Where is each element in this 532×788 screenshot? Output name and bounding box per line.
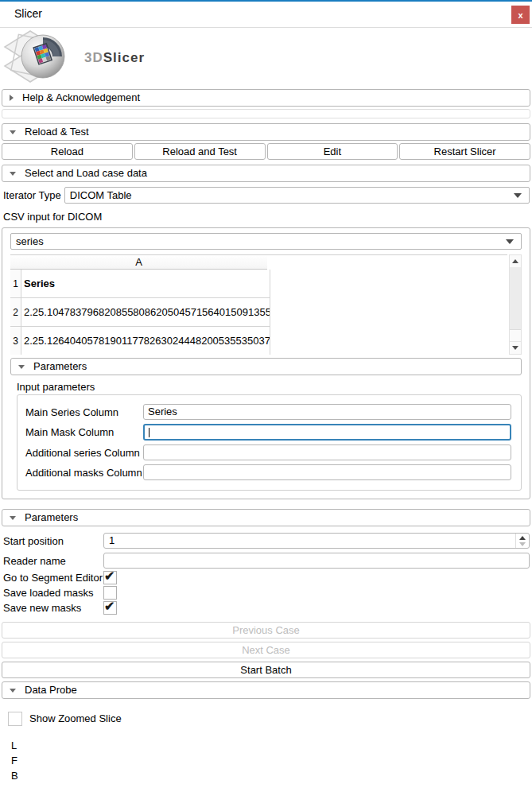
spin-down-icon[interactable] (519, 542, 526, 546)
close-button[interactable]: x (511, 6, 530, 24)
check-icon: ✔ (104, 569, 115, 584)
reader-name-label: Reader name (3, 555, 103, 567)
expanded-triangle-icon (10, 130, 16, 134)
titlebar: Slicer x (0, 2, 532, 28)
close-icon: x (518, 10, 522, 20)
reader-name-row: Reader name (3, 553, 532, 569)
next-case-button: Next Case (2, 642, 530, 658)
input-parameters-group: Main Series Column Series Main Mask Colu… (17, 394, 522, 491)
main-mask-column-label: Main Mask Column (25, 426, 143, 438)
scroll-down-icon (512, 346, 518, 350)
row-number[interactable]: 1 (10, 270, 21, 298)
collapsed-section-strip (2, 109, 530, 118)
spinner-buttons[interactable] (515, 534, 529, 548)
previous-case-button: Previous Case (2, 622, 530, 639)
save-loaded-masks-row: Save loaded masks (3, 586, 532, 599)
scrollbar-thumb[interactable] (510, 267, 521, 330)
scroll-up-button[interactable] (510, 255, 521, 268)
start-position-spinbox[interactable]: 1 (103, 533, 530, 549)
save-new-masks-checkbox[interactable]: ✔ (103, 601, 117, 615)
section-reload-test[interactable]: Reload & Test (2, 123, 530, 141)
collapsed-triangle-icon (10, 95, 14, 101)
reload-button-row: Reload Reload and Test Edit Restart Slic… (2, 143, 530, 160)
save-loaded-masks-label: Save loaded masks (3, 587, 103, 599)
go-to-segment-editor-label: Go to Segment Editor (3, 572, 103, 584)
chevron-down-icon (506, 239, 514, 244)
table-row[interactable]: 1 Series (10, 270, 507, 298)
main-series-column-row: Main Series Column Series (25, 404, 511, 420)
additional-masks-column-row: Additional masks Column (25, 464, 511, 480)
expanded-triangle-icon (18, 365, 25, 369)
slicer-logo-text: 3DSlicer (84, 50, 145, 66)
reload-button[interactable]: Reload (2, 143, 133, 160)
scroll-down-button[interactable] (510, 341, 521, 354)
input-parameters-label: Input parameters (17, 381, 522, 392)
iterator-type-label: Iterator Type (3, 189, 61, 201)
go-to-segment-editor-row: Go to Segment Editor ✔ (3, 571, 532, 584)
show-zoomed-slice-row: Show Zoomed Slice (8, 712, 532, 725)
section-data-probe[interactable]: Data Probe (2, 681, 530, 699)
edit-button[interactable]: Edit (267, 143, 398, 160)
save-new-masks-row: Save new masks ✔ (3, 601, 532, 614)
scroll-up-icon (512, 259, 518, 263)
additional-series-column-row: Additional series Column (25, 444, 511, 460)
csv-dicom-container: series A 1 Series 2 2.25.104783796820855… (2, 227, 530, 499)
case-button-group: Previous Case Next Case Start Batch (0, 622, 532, 678)
additional-masks-column-input[interactable] (143, 464, 511, 480)
window-title: Slicer (14, 7, 42, 20)
restart-slicer-button[interactable]: Restart Slicer (399, 143, 530, 160)
section-parameters[interactable]: Parameters (2, 509, 530, 526)
reader-name-input[interactable] (103, 553, 530, 569)
table-cell[interactable]: Series (21, 270, 270, 298)
chevron-down-icon (514, 193, 522, 198)
orientation-l: L (11, 738, 532, 753)
table-scrollbar[interactable] (509, 254, 522, 355)
orientation-b: B (11, 768, 532, 783)
main-series-column-input[interactable]: Series (143, 404, 511, 420)
csv-series-dropdown[interactable]: series (10, 233, 522, 250)
save-loaded-masks-checkbox[interactable] (103, 586, 117, 600)
expanded-triangle-icon (10, 516, 16, 520)
csv-input-label: CSV input for DICOM (3, 211, 532, 223)
show-zoomed-slice-checkbox[interactable] (8, 712, 22, 726)
app-logo: 3DSlicer (0, 28, 532, 85)
go-to-segment-editor-checkbox[interactable]: ✔ (103, 571, 117, 584)
orientation-f: F (11, 753, 532, 768)
iterator-type-dropdown[interactable]: DICOM Table (64, 187, 530, 204)
additional-series-column-label: Additional series Column (25, 447, 143, 459)
table-cell[interactable]: 2.25.10478379682085580862050457156401509… (21, 298, 270, 327)
slicer-logo-icon (3, 29, 80, 83)
iterator-type-row: Iterator Type DICOM Table (3, 187, 532, 204)
row-number[interactable]: 2 (10, 298, 21, 327)
main-mask-column-row: Main Mask Column (25, 424, 511, 441)
row-number[interactable]: 3 (10, 327, 21, 355)
show-zoomed-slice-label: Show Zoomed Slice (29, 712, 122, 724)
spin-up-icon[interactable] (519, 536, 526, 540)
expanded-triangle-icon (10, 689, 16, 693)
section-help-acknowledgement[interactable]: Help & Acknowledgement (2, 89, 530, 107)
csv-table: A 1 Series 2 2.25.1047837968208558086205… (10, 254, 522, 355)
section-select-load-case-data[interactable]: Select and Load case data (2, 165, 530, 182)
section-parameters-inner[interactable]: Parameters (10, 358, 522, 375)
save-new-masks-label: Save new masks (3, 602, 103, 614)
table-column-header[interactable]: A (10, 255, 267, 270)
reload-and-test-button[interactable]: Reload and Test (134, 143, 266, 160)
additional-series-column-input[interactable] (143, 444, 511, 460)
table-row[interactable]: 2 2.25.104783796820855808620504571564015… (10, 298, 507, 327)
table-row[interactable]: 3 2.25.126404057819011778263024448200535… (10, 327, 507, 355)
check-icon: ✔ (104, 599, 115, 614)
start-position-label: Start position (3, 535, 103, 547)
start-position-row: Start position 1 (3, 533, 532, 549)
additional-masks-column-label: Additional masks Column (25, 467, 143, 479)
expanded-triangle-icon (10, 172, 16, 176)
main-series-column-label: Main Series Column (25, 406, 143, 418)
orientation-labels: L F B (11, 738, 532, 783)
table-cell[interactable]: 2.25.12640405781901177826302444820053553… (21, 327, 270, 355)
start-batch-button[interactable]: Start Batch (2, 662, 530, 678)
main-mask-column-input[interactable] (143, 424, 511, 441)
